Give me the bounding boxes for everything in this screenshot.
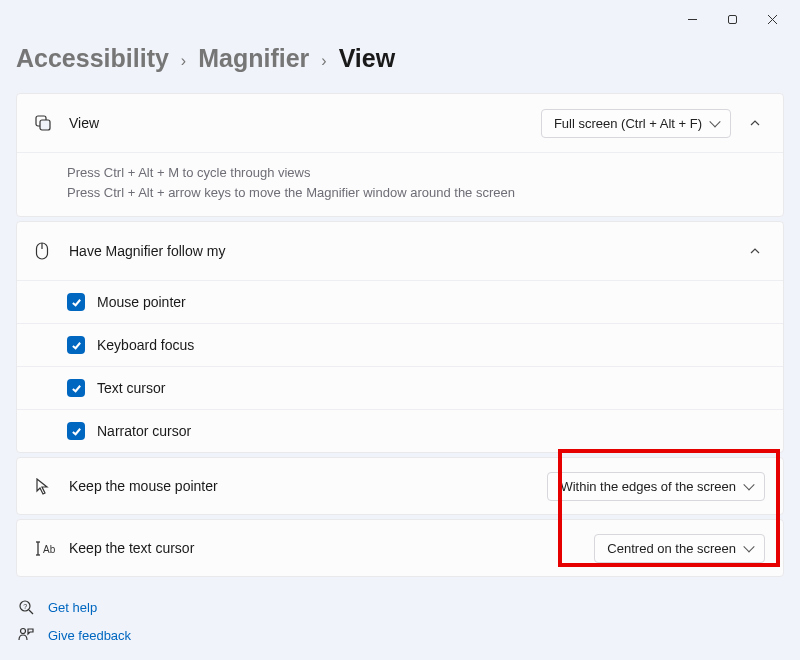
svg-line-13	[29, 610, 33, 614]
view-label: View	[69, 115, 541, 131]
view-icon	[35, 115, 69, 131]
chevron-right-icon: ›	[181, 52, 186, 70]
chevron-right-icon: ›	[321, 52, 326, 70]
checkbox[interactable]	[67, 293, 85, 311]
breadcrumb: Accessibility › Magnifier › View	[16, 30, 784, 93]
text-cursor-dropdown[interactable]: Centred on the screen	[594, 534, 765, 563]
feedback-icon	[16, 627, 36, 643]
get-help-link[interactable]: Get help	[48, 600, 97, 615]
maximize-button[interactable]	[712, 8, 752, 30]
check-label: Text cursor	[97, 380, 165, 396]
footer-links: ? Get help Give feedback	[16, 581, 784, 649]
check-label: Mouse pointer	[97, 294, 186, 310]
minimize-button[interactable]	[672, 8, 712, 30]
check-label: Keyboard focus	[97, 337, 194, 353]
page-title: View	[339, 44, 396, 73]
view-tips: Press Ctrl + Alt + M to cycle through vi…	[17, 152, 783, 216]
svg-text:?: ?	[23, 603, 27, 610]
titlebar	[16, 0, 792, 30]
mouse-icon	[35, 242, 69, 260]
mouse-pointer-card[interactable]: Keep the mouse pointer Within the edges …	[16, 457, 784, 515]
collapse-icon[interactable]	[745, 113, 765, 133]
close-button[interactable]	[752, 8, 792, 30]
check-item-keyboard-focus[interactable]: Keyboard focus	[17, 323, 783, 366]
checkbox[interactable]	[67, 336, 85, 354]
view-card: View Full screen (Ctrl + Alt + F) Press …	[16, 93, 784, 217]
check-item-text-cursor[interactable]: Text cursor	[17, 366, 783, 409]
svg-rect-1	[728, 15, 736, 23]
view-tip-2: Press Ctrl + Alt + arrow keys to move th…	[67, 183, 765, 203]
check-item-narrator-cursor[interactable]: Narrator cursor	[17, 409, 783, 452]
follow-header[interactable]: Have Magnifier follow my	[17, 222, 783, 280]
checkbox[interactable]	[67, 422, 85, 440]
svg-text:Ab: Ab	[43, 544, 56, 555]
check-item-mouse-pointer[interactable]: Mouse pointer	[17, 280, 783, 323]
text-cursor-card[interactable]: Ab Keep the text cursor Centred on the s…	[16, 519, 784, 577]
give-feedback-link[interactable]: Give feedback	[48, 628, 131, 643]
follow-check-list: Mouse pointer Keyboard focus Text cursor…	[17, 280, 783, 452]
breadcrumb-magnifier[interactable]: Magnifier	[198, 44, 309, 73]
help-icon: ?	[16, 599, 36, 615]
checkbox[interactable]	[67, 379, 85, 397]
follow-label: Have Magnifier follow my	[69, 243, 745, 259]
text-cursor-icon: Ab	[35, 541, 69, 556]
view-dropdown[interactable]: Full screen (Ctrl + Alt + F)	[541, 109, 731, 138]
mouse-pointer-label: Keep the mouse pointer	[69, 478, 547, 494]
svg-point-15	[21, 629, 26, 634]
mouse-pointer-dropdown[interactable]: Within the edges of the screen	[547, 472, 765, 501]
follow-card: Have Magnifier follow my Mouse pointer K…	[16, 221, 784, 453]
view-row[interactable]: View Full screen (Ctrl + Alt + F)	[17, 94, 783, 152]
help-link-row: ? Get help	[16, 593, 784, 621]
svg-rect-5	[40, 120, 50, 130]
breadcrumb-accessibility[interactable]: Accessibility	[16, 44, 169, 73]
pointer-icon	[35, 478, 69, 495]
check-label: Narrator cursor	[97, 423, 191, 439]
collapse-icon[interactable]	[745, 241, 765, 261]
text-cursor-label: Keep the text cursor	[69, 540, 594, 556]
feedback-link-row: Give feedback	[16, 621, 784, 649]
view-tip-1: Press Ctrl + Alt + M to cycle through vi…	[67, 163, 765, 183]
